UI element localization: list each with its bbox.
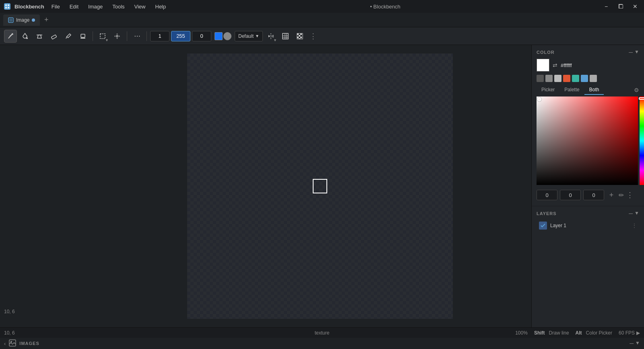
svg-rect-2	[8, 4, 9, 6]
color-settings-gear-icon[interactable]: ⚙	[634, 87, 639, 93]
red-channel-input[interactable]	[537, 190, 557, 200]
layer-item[interactable]: Layer 1 ⋮	[537, 220, 639, 231]
checkerboard-button[interactable]	[293, 30, 306, 43]
minimize-button[interactable]: −	[601, 2, 612, 10]
maximize-button[interactable]: ⧠	[615, 2, 626, 10]
foreground-color-swatch[interactable]	[215, 32, 223, 40]
preset-6[interactable]	[581, 75, 588, 82]
bucket-icon	[36, 33, 43, 40]
preset-2[interactable]	[545, 75, 553, 82]
color-panel-minimize-icon[interactable]: ─	[629, 49, 633, 55]
hue-strip-handle[interactable]	[639, 97, 644, 100]
titlebar-left: Blockbench File Edit Image Tools View He…	[3, 2, 170, 11]
grid-toggle-button[interactable]	[279, 30, 292, 43]
hue-strip[interactable]	[640, 96, 644, 185]
gradient-picker-handle[interactable]	[537, 97, 541, 101]
dropper-icon	[65, 33, 72, 40]
preset-1[interactable]	[537, 75, 544, 82]
svg-rect-4	[8, 7, 9, 8]
stamp-icon	[79, 33, 87, 40]
close-button[interactable]: ✕	[630, 2, 641, 10]
eraser-button[interactable]	[47, 30, 60, 43]
preset-4[interactable]	[563, 75, 570, 82]
layers-panel-minimize-icon[interactable]: ─	[629, 210, 633, 217]
paint-bucket-button[interactable]	[33, 30, 46, 43]
active-tab[interactable]: Image	[3, 14, 40, 26]
mirror-button[interactable]: ▼	[264, 30, 277, 43]
menu-file[interactable]: File	[47, 2, 64, 11]
brush-size-input[interactable]	[150, 31, 169, 41]
grid-icon	[282, 33, 289, 40]
coordinate-display: 10, 6	[0, 307, 19, 316]
preset-7[interactable]	[590, 75, 597, 82]
layers-panel-expand-icon[interactable]: ▼	[634, 210, 639, 217]
alt-key-label: Alt	[576, 330, 582, 336]
svg-rect-3	[5, 7, 7, 8]
preset-5[interactable]	[572, 75, 579, 82]
add-channel-button[interactable]: +	[607, 190, 616, 200]
color-header-controls: ─ ▼	[629, 49, 639, 55]
stamp-button[interactable]	[76, 30, 89, 43]
color-panel-expand-icon[interactable]: ▼	[634, 49, 639, 55]
color-picker-button[interactable]	[62, 30, 75, 43]
draw-line-label: Draw line	[549, 330, 569, 336]
svg-rect-6	[9, 18, 12, 22]
image-thumbnail-icon[interactable]	[9, 339, 16, 348]
svg-rect-13	[81, 34, 85, 37]
paint-brush-icon	[7, 33, 14, 40]
toolbar-overflow-button[interactable]: ⋮	[308, 32, 318, 41]
menu-view[interactable]: View	[130, 2, 150, 11]
color-preview-swatch[interactable]	[537, 59, 549, 72]
nav-back-icon[interactable]: ‹	[4, 341, 6, 347]
rgb-inputs-row: + ✏ ⋮	[537, 188, 639, 202]
selection-button[interactable]: ▼	[96, 30, 109, 43]
tab-palette[interactable]: Palette	[559, 85, 584, 95]
green-channel-input[interactable]	[560, 190, 581, 200]
fill-tool-button[interactable]	[19, 30, 31, 43]
layers-section-title: LAYERS	[537, 211, 557, 216]
texture-canvas[interactable]	[187, 53, 453, 319]
menu-image[interactable]: Image	[84, 2, 107, 11]
right-panel: COLOR ─ ▼ ⇄ #ffffff	[531, 45, 644, 327]
tab-both[interactable]: Both	[584, 85, 604, 95]
color-swap-button[interactable]: ⇄	[553, 62, 557, 68]
svg-rect-27	[297, 37, 299, 38]
checkerboard-icon	[296, 33, 303, 40]
background-color-swatch[interactable]	[223, 32, 231, 40]
layer-options-icon[interactable]: ⋮	[632, 223, 637, 228]
color-picker-gradient-area[interactable]	[537, 96, 638, 185]
statusbar-center: texture	[218, 330, 426, 336]
dots-icon: ⋯	[134, 32, 140, 40]
canvas-area[interactable]: 10, 6	[0, 45, 531, 327]
preset-3[interactable]	[554, 75, 561, 82]
move-button[interactable]	[111, 30, 124, 43]
color-picker-label: Color Picker	[586, 330, 612, 336]
blue-channel-input[interactable]	[583, 190, 604, 200]
svg-rect-26	[299, 35, 300, 37]
images-expand-icon[interactable]: ▼	[635, 340, 640, 347]
menu-edit[interactable]: Edit	[66, 2, 83, 11]
eyedropper-icon[interactable]: ✏	[619, 191, 624, 199]
menu-tools[interactable]: Tools	[108, 2, 128, 11]
tab-unsaved-dot	[32, 18, 35, 22]
images-minimize-icon[interactable]: ─	[630, 340, 634, 347]
color-saturation-gradient[interactable]	[537, 96, 638, 185]
brush-mode-dropdown[interactable]: Default ▼	[235, 31, 263, 41]
svg-rect-28	[300, 37, 302, 38]
layers-header-controls: ─ ▼	[629, 210, 639, 217]
more-options-button[interactable]: ⋯	[130, 30, 143, 43]
add-tab-button[interactable]: +	[41, 15, 51, 25]
color-hex-display: #ffffff	[561, 62, 572, 68]
move-icon	[114, 33, 121, 40]
color-presets-row	[537, 75, 639, 82]
svg-point-9	[26, 37, 28, 39]
brush-value-input[interactable]	[192, 31, 211, 41]
svg-point-16	[116, 35, 118, 37]
fps-arrow-icon[interactable]: ▶	[636, 330, 640, 336]
brush-opacity-input[interactable]	[171, 31, 190, 41]
menu-help[interactable]: Help	[151, 2, 170, 11]
tab-picker[interactable]: Picker	[537, 85, 559, 95]
rgb-more-icon[interactable]: ⋮	[626, 191, 634, 199]
paint-tool-button[interactable]	[4, 30, 17, 43]
svg-rect-25	[300, 33, 302, 35]
